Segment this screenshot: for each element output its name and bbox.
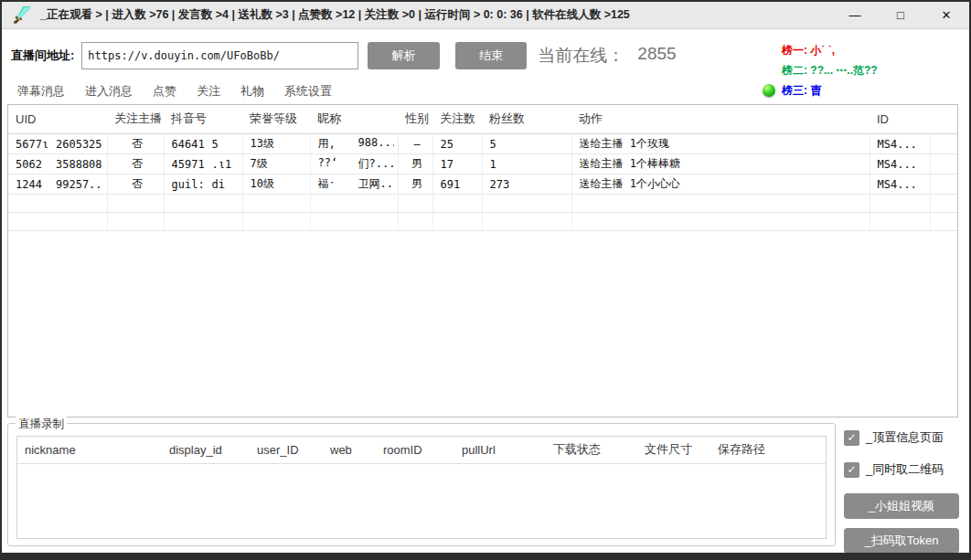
close-icon[interactable]: ✕ bbox=[923, 2, 969, 28]
col-download-status: 下载状态 bbox=[546, 437, 637, 464]
checkbox-label: _同时取二维码 bbox=[866, 461, 944, 478]
col-gender: 性别 bbox=[398, 105, 432, 134]
col-room-id: roomID bbox=[376, 437, 454, 464]
col-pull-url: pullUrl bbox=[454, 437, 546, 464]
uid-part-b: 2605325 bbox=[56, 138, 102, 151]
honor-level-value: 7级 bbox=[242, 154, 310, 174]
online-count: 2855 bbox=[637, 44, 676, 68]
follow-count-value: 17 bbox=[432, 154, 482, 174]
tab-settings[interactable]: 系统设置 bbox=[274, 80, 342, 107]
checkbox-pin-info-page[interactable]: ✓ _顶置信息页面 bbox=[844, 429, 959, 446]
fans-count-value: 273 bbox=[482, 174, 571, 195]
scan-token-button[interactable]: _扫码取Token bbox=[844, 528, 959, 554]
table-row[interactable]: 5677ι2605325 否 646415 13级 用,988... – 25 … bbox=[8, 134, 958, 154]
douyin-id-a: 45971 bbox=[172, 158, 212, 171]
tab-enter[interactable]: 进入消息 bbox=[75, 80, 143, 107]
id-value: MS4... bbox=[870, 154, 930, 174]
follow-anchor-value: 否 bbox=[107, 174, 164, 195]
uid-part-a: 5677ι bbox=[16, 138, 56, 151]
toolbar: 直播间地址: 解析 结束 当前在线： 2855 bbox=[11, 42, 677, 69]
checkbox-checked-icon[interactable]: ✓ bbox=[844, 430, 859, 446]
live-record-panel: 直播录制 nickname display_id user_ID web roo… bbox=[7, 423, 836, 546]
gift-list-panel: UID 关注主播 抖音号 荣誉等级 昵称 性别 关注数 粉丝数 动作 ID 56… bbox=[7, 104, 958, 417]
uid-part-a: 5062 bbox=[16, 158, 56, 171]
gender-value: – bbox=[398, 134, 432, 154]
end-button[interactable]: 结束 bbox=[455, 42, 527, 69]
gender-value: 男 bbox=[398, 154, 432, 174]
col-id: ID bbox=[870, 105, 930, 134]
col-douyin-id: 抖音号 bbox=[164, 105, 242, 134]
app-window: _正在观看 > | 进入数 >76 | 发言数 >4 | 送礼数 >3 | 点赞… bbox=[0, 0, 971, 560]
live-record-title: 直播录制 bbox=[16, 417, 67, 432]
checkbox-checked-icon[interactable]: ✓ bbox=[844, 462, 859, 478]
tab-follow[interactable]: 关注 bbox=[187, 80, 230, 107]
maximize-icon[interactable]: □ bbox=[878, 2, 923, 28]
douyin-id-a: 64641 bbox=[172, 138, 212, 151]
douyin-id-b: 5 bbox=[212, 138, 219, 151]
titlebar: _正在观看 > | 进入数 >76 | 发言数 >4 | 送礼数 >3 | 点赞… bbox=[2, 2, 969, 29]
col-action: 动作 bbox=[571, 105, 870, 134]
gender-value: 男 bbox=[398, 174, 432, 195]
nickname-b: 们?... bbox=[358, 156, 394, 172]
action-value: 送给主播 1个棒棒糖 bbox=[571, 154, 870, 174]
top-rankings: 榜一: 小˙ ˙, 榜二: ??... ⋯..范?? 榜三: 曺 bbox=[763, 40, 878, 100]
id-value: MS4... bbox=[870, 134, 930, 154]
tab-like[interactable]: 点赞 bbox=[143, 80, 187, 107]
uid-part-b: 3588808 bbox=[56, 158, 102, 171]
follow-anchor-value: 否 bbox=[107, 134, 164, 154]
rank-1: 榜一: 小˙ ˙, bbox=[763, 40, 878, 60]
checkbox-fetch-qrcode[interactable]: ✓ _同时取二维码 bbox=[844, 461, 959, 478]
record-table-header: nickname display_id user_ID web roomID p… bbox=[17, 437, 827, 464]
douyin-id-a: guil: bbox=[172, 178, 212, 191]
uid-part-a: 1244 bbox=[16, 178, 56, 191]
douyin-id-b: .ι1 bbox=[212, 158, 232, 171]
record-table: nickname display_id user_ID web roomID p… bbox=[16, 436, 827, 539]
room-url-input[interactable] bbox=[81, 42, 358, 69]
nickname-a: 用, bbox=[318, 136, 358, 152]
col-follow-count: 关注数 bbox=[432, 105, 482, 134]
col-follow-anchor: 关注主播 bbox=[107, 105, 164, 134]
minimize-icon[interactable]: — bbox=[832, 2, 878, 28]
rank-3: 榜三: 曺 bbox=[763, 80, 878, 100]
honor-level-value: 10级 bbox=[242, 174, 310, 195]
message-tabs: 弹幕消息 进入消息 点赞 关注 礼物 系统设置 bbox=[7, 80, 342, 107]
col-display-id: display_id bbox=[162, 437, 250, 464]
uid-part-b: 99257... bbox=[56, 178, 103, 191]
nickname-a: ??ʻ bbox=[318, 156, 358, 172]
col-file-size: 文件尺寸 bbox=[637, 437, 710, 464]
col-web: web bbox=[323, 437, 376, 464]
follow-count-value: 691 bbox=[432, 174, 482, 195]
window-controls: — □ ✕ bbox=[832, 2, 969, 28]
tab-gift[interactable]: 礼物 bbox=[230, 80, 274, 107]
sword-icon bbox=[13, 6, 31, 25]
table-row[interactable]: 124499257... 否 guil:di 10级 福ˑ卫网... 男 691… bbox=[8, 174, 958, 195]
col-filler bbox=[930, 105, 958, 134]
col-user-id: user_ID bbox=[250, 437, 323, 464]
parse-button[interactable]: 解析 bbox=[368, 42, 440, 69]
douyin-id-b: di bbox=[212, 178, 225, 191]
checkbox-label: _顶置信息页面 bbox=[866, 429, 944, 446]
online-label: 当前在线： bbox=[538, 44, 624, 68]
green-ball-icon bbox=[763, 84, 775, 97]
tab-danmu[interactable]: 弹幕消息 bbox=[7, 80, 75, 107]
table-row[interactable]: 50623588808 否 45971.ι1 7级 ??ʻ们?... 男 17 … bbox=[8, 154, 958, 174]
honor-level-value: 13级 bbox=[242, 134, 310, 154]
online-counter: 当前在线： 2855 bbox=[538, 44, 676, 68]
col-nickname: nickname bbox=[17, 437, 162, 464]
girl-video-button[interactable]: _小姐姐视频 bbox=[844, 493, 959, 519]
empty-row bbox=[8, 195, 958, 213]
follow-anchor-value: 否 bbox=[107, 154, 164, 174]
nickname-a: 福ˑ bbox=[318, 176, 358, 192]
col-uid: UID bbox=[8, 105, 107, 134]
col-nickname: 昵称 bbox=[310, 105, 398, 134]
options-column: ✓ _顶置信息页面 ✓ _同时取二维码 _小姐姐视频 _扫码取Token bbox=[844, 429, 959, 560]
action-value: 送给主播 1个玫瑰 bbox=[571, 134, 870, 154]
gift-table-header: UID 关注主播 抖音号 荣誉等级 昵称 性别 关注数 粉丝数 动作 ID bbox=[8, 105, 958, 134]
col-save-path: 保存路径 bbox=[710, 437, 827, 464]
empty-row bbox=[8, 213, 958, 231]
fans-count-value: 1 bbox=[482, 154, 571, 174]
room-url-label: 直播间地址: bbox=[11, 48, 74, 64]
window-title: _正在观看 > | 进入数 >76 | 发言数 >4 | 送礼数 >3 | 点赞… bbox=[40, 7, 630, 23]
action-value: 送给主播 1个小心心 bbox=[571, 174, 870, 195]
rank-2: 榜二: ??... ⋯..范?? bbox=[763, 60, 878, 80]
